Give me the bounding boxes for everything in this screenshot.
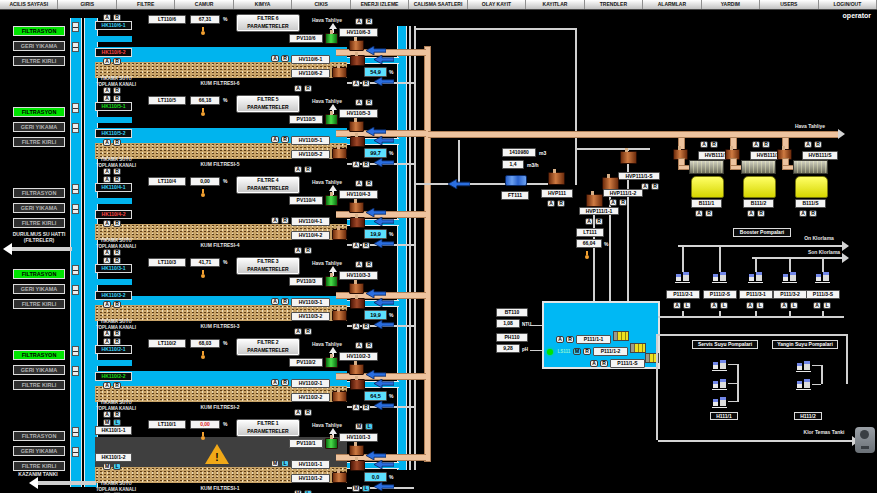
auto-button[interactable]: A [673, 302, 681, 309]
menu-item-12[interactable]: YARDIM [702, 0, 760, 9]
menu-item-13[interactable]: USERS [760, 0, 818, 9]
reset-button[interactable]: R [362, 80, 370, 87]
reset-button[interactable]: R [304, 409, 312, 416]
hv2-valve-icon[interactable] [332, 148, 347, 159]
hv1-valve-label[interactable]: HV110/2-1 [291, 379, 330, 388]
reset-button[interactable]: R [365, 180, 373, 187]
pv-valve-label[interactable]: PV110/1 [289, 439, 323, 448]
hk-valve-1-label[interactable]: HK110/6-1 [95, 21, 132, 30]
menu-item-14[interactable]: LOGIN/OUT [819, 0, 877, 9]
pv-valve-icon[interactable] [325, 438, 338, 449]
hvp-1-valve-icon[interactable] [586, 194, 603, 207]
reset-button[interactable]: R [809, 210, 817, 217]
booster-pump-label[interactable]: P111/2-S [703, 290, 737, 299]
tank-pump-label[interactable]: P111/1-1 [576, 335, 611, 344]
reset-button[interactable]: R [762, 141, 770, 148]
reset-button[interactable]: R [113, 382, 121, 389]
hv1-valve-icon[interactable] [350, 55, 365, 66]
hvp-main-valve-label[interactable]: HVP111 [541, 189, 573, 198]
reset-button[interactable]: R [566, 336, 574, 343]
menu-item-6[interactable]: ENERJI IZLEME [351, 0, 409, 9]
reset-button[interactable]: L [756, 302, 764, 309]
hv3-valve-icon[interactable] [349, 445, 364, 456]
filtrasyon-status[interactable]: FILTRASYON [13, 269, 65, 279]
hv2-valve-label[interactable]: HV110/1-2 [291, 474, 330, 483]
reset-button[interactable]: R [362, 404, 370, 411]
hv2-valve-label[interactable]: HV110/3-2 [291, 312, 330, 321]
reset-button[interactable]: R [281, 379, 289, 386]
hv2-valve-label[interactable]: HV110/4-2 [291, 231, 330, 240]
auto-button[interactable]: A [103, 257, 111, 264]
auto-button[interactable]: A [294, 328, 302, 335]
auto-button[interactable]: A [355, 342, 363, 349]
auto-button[interactable]: A [271, 379, 279, 386]
fire-pumps-label[interactable]: H111/2 [794, 412, 822, 420]
reset-button[interactable]: R [113, 87, 121, 94]
filter-parameters-button[interactable]: FILTRE 6PARAMETRELER [236, 14, 300, 32]
auto-button[interactable]: A [103, 176, 111, 183]
hv1-valve-label[interactable]: HV110/4-1 [291, 217, 330, 226]
reset-button[interactable]: R [304, 85, 312, 92]
auto-button[interactable]: A [710, 302, 718, 309]
filter-parameters-button[interactable]: FILTRE 4PARAMETRELER [236, 176, 300, 194]
hv1-valve-label[interactable]: HV110/5-1 [291, 136, 330, 145]
pv-valve-label[interactable]: PV110/4 [289, 196, 323, 205]
hk-valve-1-label[interactable]: HK110/5-1 [95, 102, 132, 111]
reset-button[interactable]: R [113, 14, 121, 21]
geri-yikama-status[interactable]: GERI YIKAMA [13, 284, 65, 294]
blower-valve-label[interactable]: HVB111/S [802, 151, 838, 160]
hv3-valve-icon[interactable] [349, 202, 364, 213]
hv2-valve-icon[interactable] [332, 391, 347, 402]
pv-valve-label[interactable]: PV110/3 [289, 277, 323, 286]
booster-pump-label[interactable]: P111/2-1 [666, 290, 700, 299]
blower-unit-label[interactable]: B111/S [795, 199, 826, 208]
menu-item-1[interactable]: GIRIS [58, 0, 116, 9]
reset-button[interactable]: R [757, 210, 765, 217]
booster-pump-label[interactable]: P111/3-S [806, 290, 840, 299]
reset-button[interactable]: L [720, 302, 728, 309]
reset-button[interactable]: R [304, 166, 312, 173]
auto-button[interactable]: A [352, 161, 360, 168]
reset-button[interactable]: R [304, 328, 312, 335]
geri-yikama-status[interactable]: GERI YIKAMA [13, 446, 65, 456]
hv2-valve-label[interactable]: HV110/2-2 [291, 393, 330, 402]
hvp-2-valve-label[interactable]: HVP111/1-2 [603, 189, 643, 197]
geri-yikama-status[interactable]: GERI YIKAMA [13, 122, 65, 132]
reset-button[interactable]: R [113, 338, 121, 345]
auto-button[interactable]: A [695, 210, 703, 217]
auto-button[interactable]: A [103, 139, 111, 146]
hk-valve-1-label[interactable]: HK110/2-1 [95, 345, 132, 354]
auto-button[interactable]: A [103, 249, 111, 256]
hvp-s-valve-label[interactable]: HVP111/1-S [618, 172, 660, 180]
manual-button[interactable]: M [573, 348, 581, 355]
hv2-valve-icon[interactable] [332, 310, 347, 321]
reset-button[interactable]: L [113, 463, 121, 470]
hv3-valve-label[interactable]: HV110/4-3 [339, 190, 378, 199]
hk-valve-2-label[interactable]: HK110/6-2 [95, 48, 132, 57]
auto-button[interactable]: A [700, 141, 708, 148]
hk-valve-2-label[interactable]: HK110/2-2 [95, 372, 132, 381]
reset-button[interactable]: R [113, 257, 121, 264]
reset-button[interactable]: R [281, 298, 289, 305]
pv-valve-label[interactable]: PV110/2 [289, 358, 323, 367]
hvp-s-valve-icon[interactable] [620, 151, 637, 164]
reset-button[interactable]: R [557, 200, 565, 207]
filtrasyon-status[interactable]: FILTRASYON [13, 431, 65, 441]
geri-yikama-status[interactable]: GERI YIKAMA [13, 41, 65, 51]
reset-button[interactable]: R [304, 247, 312, 254]
auto-button[interactable]: A [271, 136, 279, 143]
menu-item-0[interactable]: ACILIS SAYFASI [0, 0, 58, 9]
filtre-kirli-status[interactable]: FILTRE KIRLI [13, 137, 65, 147]
hv1-valve-icon[interactable] [350, 217, 365, 228]
service-pumps-label[interactable]: H111/1 [710, 412, 738, 420]
hv1-valve-icon[interactable] [350, 460, 365, 471]
filtrasyon-status[interactable]: FILTRASYON [13, 350, 65, 360]
reset-button[interactable]: R [365, 18, 373, 25]
auto-button[interactable]: A [103, 168, 111, 175]
hv1-valve-icon[interactable] [350, 379, 365, 390]
hv2-valve-label[interactable]: HV110/5-2 [291, 150, 330, 159]
auto-button[interactable]: A [355, 180, 363, 187]
pv-valve-icon[interactable] [325, 276, 338, 287]
auto-button[interactable]: A [271, 217, 279, 224]
reset-button[interactable]: R [113, 176, 121, 183]
